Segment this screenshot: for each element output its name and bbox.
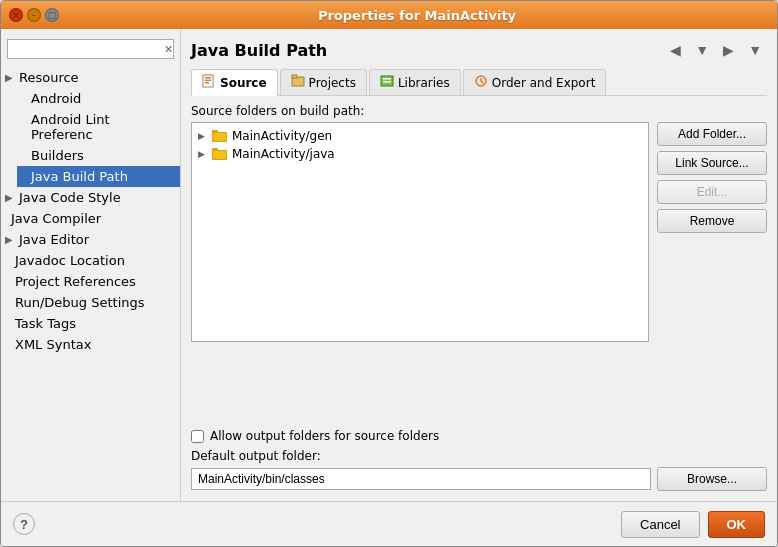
allow-output-label[interactable]: Allow output folders for source folders xyxy=(210,429,439,443)
tab-libraries[interactable]: Libraries xyxy=(369,69,461,95)
tree-item[interactable]: ▶ MainActivity/java xyxy=(196,145,644,163)
sidebar-item-task-tags[interactable]: Task Tags xyxy=(1,313,180,334)
panel-title: Java Build Path ◀ ▼ ▶ ▼ xyxy=(191,39,767,61)
sidebar-item-label: Run/Debug Settings xyxy=(15,295,145,310)
checkbox-row: Allow output folders for source folders xyxy=(191,429,767,443)
sidebar-item-android[interactable]: Android xyxy=(17,88,180,109)
main-panel: Java Build Path ◀ ▼ ▶ ▼ xyxy=(181,29,777,501)
search-container: ✕ xyxy=(1,35,180,63)
expand-arrow: ▶ xyxy=(5,234,15,245)
folder-icon xyxy=(212,147,228,161)
sidebar-item-android-lint[interactable]: Android Lint Preferenc xyxy=(17,109,180,145)
svg-rect-17 xyxy=(213,151,226,159)
expand-arrow: ▶ xyxy=(5,192,15,203)
tree-arrow-icon: ▶ xyxy=(198,149,208,159)
tree-item-label: MainActivity/java xyxy=(232,147,335,161)
ok-button[interactable]: OK xyxy=(708,511,766,538)
sidebar-item-label: Resource xyxy=(19,70,79,85)
source-tree[interactable]: ▶ MainActivity/gen ▶ xyxy=(191,122,649,342)
tree-item-label: MainActivity/gen xyxy=(232,129,332,143)
sidebar-item-resource[interactable]: ▶ Resource xyxy=(1,67,180,88)
content-area: ✕ ▶ Resource Android Android Lint Prefer… xyxy=(1,29,777,501)
tree-item[interactable]: ▶ MainActivity/gen xyxy=(196,127,644,145)
search-clear-icon[interactable]: ✕ xyxy=(162,43,175,56)
sidebar-item-xml-syntax[interactable]: XML Syntax xyxy=(1,334,180,355)
window-title: Properties for MainActivity xyxy=(65,8,769,23)
svg-rect-8 xyxy=(383,81,391,83)
projects-tab-icon xyxy=(291,74,305,91)
maximize-button[interactable]: □ xyxy=(45,8,59,22)
sidebar-item-label: Android xyxy=(31,91,81,106)
svg-rect-7 xyxy=(383,78,391,80)
folder-icon xyxy=(212,129,228,143)
sidebar: ✕ ▶ Resource Android Android Lint Prefer… xyxy=(1,29,181,501)
source-panel: Source folders on build path: ▶ MainActi… xyxy=(191,104,767,491)
footer: ? Cancel OK xyxy=(1,501,777,546)
sidebar-item-label: Project References xyxy=(15,274,136,289)
panel-title-text: Java Build Path xyxy=(191,41,327,60)
sidebar-item-java-build-path[interactable]: Java Build Path xyxy=(17,166,180,187)
sidebar-item-label: Android Lint Preferenc xyxy=(31,112,172,142)
main-window: × – □ Properties for MainActivity ✕ ▶ Re… xyxy=(0,0,778,547)
window-controls: × – □ xyxy=(9,8,59,22)
sidebar-item-java-compiler[interactable]: Java Compiler xyxy=(1,208,180,229)
svg-line-11 xyxy=(481,81,484,84)
tab-projects[interactable]: Projects xyxy=(280,69,367,95)
sidebar-item-project-references[interactable]: Project References xyxy=(1,271,180,292)
order-export-tab-icon xyxy=(474,74,488,91)
sidebar-item-label: Javadoc Location xyxy=(15,253,125,268)
nav-dropdown-button[interactable]: ▼ xyxy=(690,39,714,61)
output-folder-input[interactable] xyxy=(191,468,651,490)
nav-back-button[interactable]: ◀ xyxy=(665,39,686,61)
libraries-tab-icon xyxy=(380,74,394,91)
source-buttons: Add Folder... Link Source... Edit... Rem… xyxy=(657,122,767,421)
tab-order-export[interactable]: Order and Export xyxy=(463,69,607,95)
add-folder-button[interactable]: Add Folder... xyxy=(657,122,767,146)
search-box[interactable]: ✕ xyxy=(7,39,174,59)
nav-forward-button[interactable]: ▶ xyxy=(718,39,739,61)
sidebar-item-java-editor[interactable]: ▶ Java Editor xyxy=(1,229,180,250)
cancel-button[interactable]: Cancel xyxy=(621,511,699,538)
tree-arrow-icon: ▶ xyxy=(198,131,208,141)
output-folder-row: Browse... xyxy=(191,467,767,491)
tabs-row: Source Projects xyxy=(191,69,767,96)
nav-forward-dropdown-button[interactable]: ▼ xyxy=(743,39,767,61)
sidebar-item-run-debug[interactable]: Run/Debug Settings xyxy=(1,292,180,313)
svg-rect-2 xyxy=(205,80,211,82)
tab-libraries-label: Libraries xyxy=(398,76,450,90)
sidebar-sub-group: Android Android Lint Preferenc Builders … xyxy=(1,88,180,187)
source-tab-icon xyxy=(202,74,216,91)
sidebar-item-label: Task Tags xyxy=(15,316,76,331)
tab-source-label: Source xyxy=(220,76,267,90)
allow-output-checkbox[interactable] xyxy=(191,430,204,443)
sidebar-item-javadoc[interactable]: Javadoc Location xyxy=(1,250,180,271)
source-content: ▶ MainActivity/gen ▶ xyxy=(191,122,767,421)
tab-order-export-label: Order and Export xyxy=(492,76,596,90)
sidebar-item-builders[interactable]: Builders xyxy=(17,145,180,166)
search-input[interactable] xyxy=(12,42,162,56)
sidebar-item-label: Java Compiler xyxy=(11,211,101,226)
footer-left: ? xyxy=(13,513,35,535)
browse-button[interactable]: Browse... xyxy=(657,467,767,491)
expand-arrow: ▶ xyxy=(5,72,15,83)
svg-rect-13 xyxy=(212,130,218,133)
source-folders-label: Source folders on build path: xyxy=(191,104,767,118)
titlebar: × – □ Properties for MainActivity xyxy=(1,1,777,29)
svg-rect-14 xyxy=(213,133,226,141)
footer-right: Cancel OK xyxy=(621,511,765,538)
nav-controls: ◀ ▼ ▶ ▼ xyxy=(665,39,767,61)
remove-button[interactable]: Remove xyxy=(657,209,767,233)
minimize-button[interactable]: – xyxy=(27,8,41,22)
sidebar-item-label: Java Editor xyxy=(19,232,89,247)
link-source-button[interactable]: Link Source... xyxy=(657,151,767,175)
tab-source[interactable]: Source xyxy=(191,69,278,96)
svg-rect-16 xyxy=(212,148,218,151)
svg-rect-3 xyxy=(205,82,209,84)
output-folder-label: Default output folder: xyxy=(191,449,767,463)
sidebar-item-label: Java Code Style xyxy=(19,190,121,205)
help-button[interactable]: ? xyxy=(13,513,35,535)
svg-rect-1 xyxy=(205,77,211,79)
close-button[interactable]: × xyxy=(9,8,23,22)
edit-button[interactable]: Edit... xyxy=(657,180,767,204)
sidebar-item-java-code-style[interactable]: ▶ Java Code Style xyxy=(1,187,180,208)
